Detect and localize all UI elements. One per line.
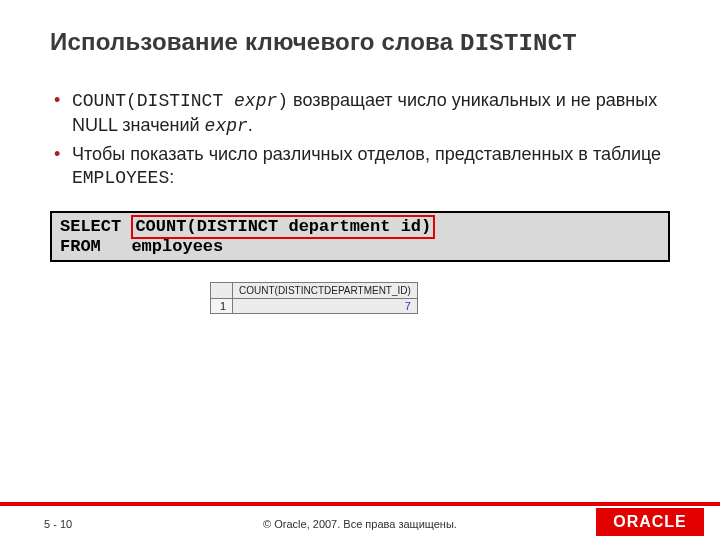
bullet-list: COUNT(DISTINCT expr) возвращает число ун… xyxy=(50,89,670,191)
bullet2-pre: Чтобы показать число различных отделов, … xyxy=(72,144,661,164)
result-row-number: 1 xyxy=(211,299,233,314)
result-data-row: 1 7 xyxy=(211,299,418,314)
slide-title: Использование ключевого слова DISTINCT xyxy=(50,28,670,57)
oracle-logo: ORACLE xyxy=(596,508,704,536)
sql-from-kw: FROM xyxy=(60,237,131,256)
bullet1-expr2: expr xyxy=(205,116,248,136)
title-keyword: DISTINCT xyxy=(460,30,577,57)
slide: Использование ключевого слова DISTINCT C… xyxy=(0,0,720,540)
footer: 5 - 10 © Oracle, 2007. Все права защищен… xyxy=(0,502,720,540)
bullet-1: COUNT(DISTINCT expr) возвращает число ун… xyxy=(54,89,670,139)
result-rownum-header xyxy=(211,283,233,299)
sql-code-block: SELECT COUNT(DISTINCT department id) FRO… xyxy=(50,211,670,262)
result-grid: COUNT(DISTINCTDEPARTMENT_ID) 1 7 xyxy=(210,282,670,314)
result-header-row: COUNT(DISTINCTDEPARTMENT_ID) xyxy=(211,283,418,299)
bullet2-tail: : xyxy=(169,167,174,187)
title-text: Использование ключевого слова xyxy=(50,28,460,55)
result-value: 7 xyxy=(233,299,418,314)
bullet1-code-pre: COUNT(DISTINCT xyxy=(72,91,234,111)
sql-highlight: COUNT(DISTINCT department id) xyxy=(131,215,435,239)
sql-select-kw: SELECT xyxy=(60,217,121,236)
bullet2-table: EMPLOYEES xyxy=(72,168,169,188)
footer-red-bar xyxy=(0,502,720,506)
bullet1-expr1: expr xyxy=(234,91,277,111)
result-col-header: COUNT(DISTINCTDEPARTMENT_ID) xyxy=(233,283,418,299)
bullet1-code-post: ) xyxy=(277,91,288,111)
sql-table: employees xyxy=(131,237,223,256)
bullet-2: Чтобы показать число различных отделов, … xyxy=(54,143,670,192)
result-table: COUNT(DISTINCTDEPARTMENT_ID) 1 7 xyxy=(210,282,418,314)
bullet1-tail: . xyxy=(248,115,253,135)
